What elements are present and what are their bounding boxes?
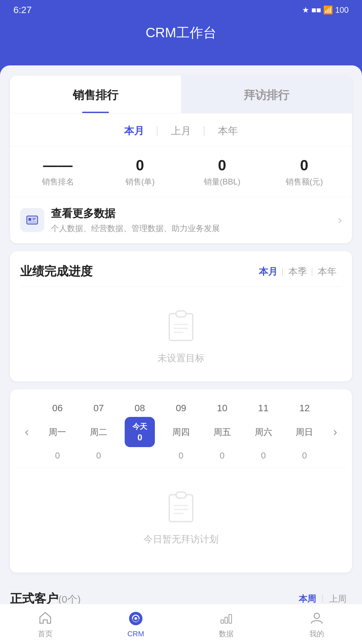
performance-empty-state: 未设置目标	[10, 287, 352, 381]
bluetooth-icon: ★	[302, 5, 309, 15]
svg-rect-15	[174, 513, 184, 514]
svg-rect-13	[174, 505, 188, 506]
customers-tab-divider: |	[321, 593, 324, 605]
svg-rect-14	[174, 509, 188, 510]
tab-sales-ranking[interactable]: 销售排行	[10, 75, 181, 113]
app-title: CRM工作台	[0, 20, 362, 52]
status-time: 6:27	[13, 5, 32, 15]
performance-title: 业绩完成进度	[20, 263, 93, 280]
nav-item-mine[interactable]: 我的	[272, 609, 362, 639]
period-tab-current-month[interactable]: 本月	[111, 121, 158, 141]
svg-rect-3	[33, 218, 36, 219]
calendar-days: 06 周一 0 07 周二 0 08 今天 0 0	[37, 403, 325, 461]
mine-icon	[308, 609, 325, 626]
period-tab-last-month[interactable]: 上月	[158, 121, 204, 141]
more-data-banner[interactable]: 查看更多数据 个人数据、经营数据、管理数据、助力业务发展 ›	[10, 197, 352, 243]
perf-tab-month[interactable]: 本月	[253, 265, 283, 278]
ranking-card: 销售排行 拜访排行 本月 上月 本年 —— 销售排名 0 销	[10, 75, 352, 243]
customers-title: 正式客户(0个)	[10, 592, 81, 605]
crm-icon	[127, 610, 144, 627]
status-bar: 6:27 ★ ■■ 📶 100	[0, 0, 362, 20]
svg-rect-9	[174, 328, 188, 329]
calendar-header: ‹ 06 周一 0 07 周二 0 08 今天 0	[17, 403, 345, 461]
time-display: 6:27	[13, 5, 32, 15]
customers-tab-this-week[interactable]: 本周	[293, 593, 321, 605]
calendar-day-thu: 09 周四 0	[166, 403, 196, 461]
calendar-day-tue: 07 周二 0	[83, 403, 114, 461]
nav-item-crm[interactable]: CRM	[90, 610, 181, 638]
stats-row: —— 销售排名 0 销售(单) 0 销量(BBL) 0 销售额(元)	[10, 146, 352, 197]
svg-rect-20	[229, 614, 232, 623]
svg-rect-2	[28, 218, 31, 221]
wifi-icon: 📶	[323, 5, 333, 15]
svg-rect-18	[221, 620, 224, 623]
clipboard-icon	[164, 307, 198, 344]
svg-rect-4	[33, 219, 35, 220]
customers-count: (0个)	[58, 594, 81, 605]
period-tab-this-year[interactable]: 本年	[204, 121, 251, 141]
performance-card: 业绩完成进度 本月 本季 本年	[10, 251, 352, 381]
status-icons: ★ ■■ 📶 100	[302, 5, 349, 15]
perf-tab-quarter[interactable]: 本季	[283, 265, 312, 278]
more-data-arrow-icon: ›	[338, 213, 342, 227]
svg-rect-0	[27, 216, 38, 224]
bottom-nav: 首页 CRM 数据	[0, 604, 362, 644]
calendar-day-today[interactable]: 08 今天 0 0	[125, 403, 155, 461]
battery-icon: 100	[335, 5, 349, 15]
nav-item-home[interactable]: 首页	[0, 609, 90, 639]
calendar-day-mon: 06 周一 0	[42, 403, 72, 461]
calendar-empty-text: 今日暂无拜访计划	[143, 533, 219, 546]
calendar-day-fri: 10 周五 0	[207, 403, 237, 461]
svg-rect-10	[174, 332, 184, 333]
more-data-icon	[20, 208, 44, 232]
stat-sales-orders: 0 销售(单)	[99, 157, 181, 187]
calendar-day-sat: 11 周六 0	[248, 403, 279, 461]
calendar-day-sun: 12 周日 0	[289, 403, 319, 461]
calendar-empty-state: 今日暂无拜访计划	[17, 468, 345, 562]
ranking-tabs: 销售排行 拜访排行	[10, 75, 352, 113]
stat-sales-rank: —— 销售排名	[17, 157, 99, 187]
svg-rect-12	[176, 492, 186, 498]
calendar-prev-button[interactable]: ‹	[17, 422, 37, 442]
tab-visit-ranking[interactable]: 拜访排行	[181, 75, 352, 113]
svg-rect-7	[176, 311, 186, 317]
svg-point-17	[134, 617, 137, 620]
customers-tab-last-week[interactable]: 上周	[324, 593, 352, 605]
stat-sales-amount: 0 销售额(元)	[263, 157, 345, 187]
svg-rect-19	[225, 617, 228, 623]
customers-subtabs: 本周 | 上周	[293, 593, 352, 605]
nav-item-data[interactable]: 数据	[181, 609, 272, 639]
svg-rect-8	[174, 324, 188, 325]
calendar-card: ‹ 06 周一 0 07 周二 0 08 今天 0	[10, 389, 352, 573]
perf-tab-year[interactable]: 本年	[312, 265, 342, 278]
performance-period-tabs: 本月 本季 本年	[253, 265, 342, 278]
calendar-empty-icon	[164, 488, 198, 525]
svg-rect-5	[28, 222, 36, 222]
more-data-text: 查看更多数据 个人数据、经营数据、管理数据、助力业务发展	[51, 206, 338, 234]
svg-point-21	[314, 613, 319, 619]
period-tabs: 本月 上月 本年	[10, 113, 352, 146]
home-icon	[37, 609, 54, 626]
data-icon	[218, 609, 235, 626]
performance-header: 业绩完成进度 本月 本季 本年	[10, 251, 352, 286]
calendar-next-button[interactable]: ›	[325, 422, 345, 442]
performance-empty-text: 未设置目标	[158, 352, 204, 365]
signal-icon: ■■	[311, 5, 321, 15]
stat-sales-volume: 0 销量(BBL)	[181, 157, 263, 187]
